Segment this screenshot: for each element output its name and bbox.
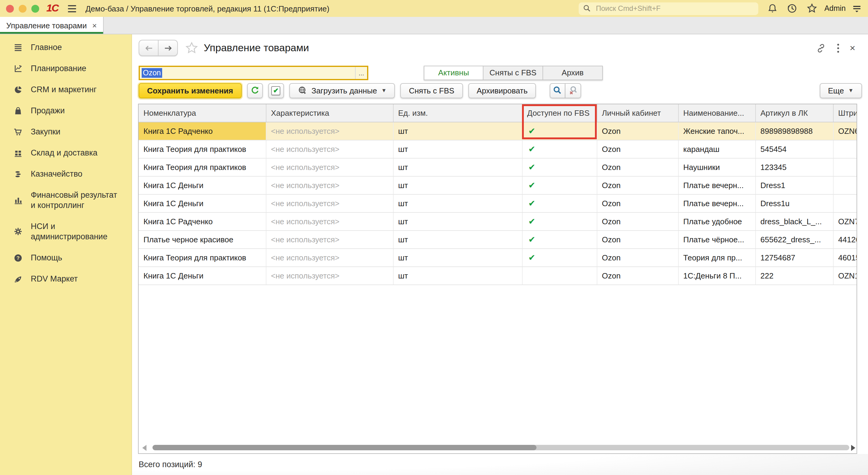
cell-cabinet[interactable]: Ozon (597, 176, 678, 194)
table-row[interactable]: Книга Теория для практиков <не используе… (138, 140, 857, 158)
cell-barcode[interactable]: 46015 (833, 248, 857, 266)
cell-article[interactable]: 222 (755, 266, 833, 285)
cell-fbs-check[interactable] (522, 266, 597, 285)
cell-article[interactable]: 898989898988 (755, 122, 833, 140)
sidebar-item-help[interactable]: ? Помощь (0, 247, 132, 268)
cell-characteristic[interactable]: <не используется> (266, 140, 393, 158)
cell-nomenclature[interactable]: Книга Теория для практиков (138, 248, 266, 266)
column-header-cabinet[interactable]: Личный кабинет (597, 104, 678, 122)
table-row[interactable]: Книга Теория для практиков <не используе… (138, 158, 857, 176)
cell-name[interactable]: Наушники (678, 158, 755, 176)
table-row[interactable]: Платье черное красивое <не используется>… (138, 230, 857, 248)
sidebar-item-rdv-market[interactable]: RDV Маркет (0, 268, 132, 289)
cell-name[interactable]: 1С:Деньги 8 П... (678, 266, 755, 285)
table-row[interactable]: Книга 1С Радченко <не используется> шт ✔… (138, 212, 857, 230)
cell-fbs-check[interactable]: ✔ (522, 140, 597, 158)
view-tab-active[interactable]: Активны (424, 66, 484, 80)
cell-nomenclature[interactable]: Книга Теория для практиков (138, 140, 266, 158)
cell-fbs-check[interactable]: ✔ (522, 248, 597, 266)
cell-unit[interactable]: шт (393, 230, 522, 248)
favorite-star-icon[interactable] (185, 42, 198, 55)
table-row[interactable]: Книга 1С Радченко <не используется> шт ✔… (138, 122, 857, 140)
scrollbar-thumb[interactable] (153, 445, 536, 450)
cell-characteristic[interactable]: <не используется> (266, 194, 393, 212)
cell-cabinet[interactable]: Ozon (597, 194, 678, 212)
cell-cabinet[interactable]: Ozon (597, 248, 678, 266)
cell-nomenclature[interactable]: Книга 1С Радченко (138, 212, 266, 230)
refresh-button[interactable] (247, 83, 262, 98)
sidebar-item-treasury[interactable]: Казначейство (0, 163, 132, 185)
checkbox-button[interactable]: ✔ (268, 83, 284, 98)
cell-barcode[interactable] (833, 176, 857, 194)
cell-characteristic[interactable]: <не используется> (266, 158, 393, 176)
cell-fbs-check[interactable]: ✔ (522, 176, 597, 194)
column-header-article[interactable]: Артикул в ЛК (755, 104, 833, 122)
cell-article[interactable]: Dress1u (755, 194, 833, 212)
cell-name[interactable]: Женские тапоч... (678, 122, 755, 140)
table-row[interactable]: Книга Теория для практиков <не используе… (138, 248, 857, 266)
column-header-characteristic[interactable]: Характеристика (266, 104, 393, 122)
table-row[interactable]: Книга 1С Деньги <не используется> шт Ozo… (138, 266, 857, 285)
history-icon[interactable] (786, 3, 797, 14)
view-tab-removed-fbs[interactable]: Сняты с FBS (484, 66, 543, 80)
notifications-bell-icon[interactable] (767, 3, 777, 14)
global-search-input[interactable] (595, 4, 754, 13)
cell-barcode[interactable] (833, 140, 857, 158)
window-zoom-button[interactable] (31, 4, 39, 12)
cell-characteristic[interactable]: <не используется> (266, 230, 393, 248)
table-row[interactable]: Книга 1С Деньги <не используется> шт ✔ O… (138, 176, 857, 194)
sidebar-item-warehouse[interactable]: Склад и доставка (0, 142, 132, 163)
cell-characteristic[interactable]: <не используется> (266, 266, 393, 285)
column-header-barcode[interactable]: Штрих (833, 104, 857, 122)
table-search-button[interactable] (550, 83, 566, 98)
tab-close-icon[interactable]: × (92, 21, 97, 30)
close-form-icon[interactable]: × (849, 43, 855, 53)
cell-unit[interactable]: шт (393, 212, 522, 230)
cell-name[interactable]: Платье вечерн... (678, 176, 755, 194)
favorites-star-icon[interactable] (806, 3, 817, 14)
cell-unit[interactable]: шт (393, 266, 522, 285)
cell-cabinet[interactable]: Ozon (597, 122, 678, 140)
cell-characteristic[interactable]: <не используется> (266, 122, 393, 140)
cell-article[interactable]: 123345 (755, 158, 833, 176)
cell-unit[interactable]: шт (393, 122, 522, 140)
cell-article[interactable]: 655622_dress_... (755, 230, 833, 248)
cell-nomenclature[interactable]: Книга 1С Радченко (138, 122, 266, 140)
forward-button[interactable] (158, 41, 177, 56)
load-data-button[interactable]: Загрузить данные ▼ (289, 83, 395, 98)
save-changes-button[interactable]: Сохранить изменения (138, 83, 241, 98)
sidebar-item-crm[interactable]: CRM и маркетинг (0, 79, 132, 100)
remove-fbs-button[interactable]: Снять с FBS (401, 83, 463, 98)
sidebar-item-sales[interactable]: Продажи (0, 100, 132, 121)
cell-article[interactable]: 12754687 (755, 248, 833, 266)
cell-cabinet[interactable]: Ozon (597, 158, 678, 176)
scroll-right-arrow-icon[interactable] (851, 445, 855, 451)
cell-fbs-check[interactable]: ✔ (522, 212, 597, 230)
cell-name[interactable]: Платье чёрное... (678, 230, 755, 248)
view-tab-archive[interactable]: Архив (543, 66, 603, 80)
tab-goods-management[interactable]: Управление товарами × (0, 17, 104, 34)
table-row[interactable]: Книга 1С Деньги <не используется> шт ✔ O… (138, 194, 857, 212)
scroll-left-arrow-icon[interactable] (142, 445, 147, 451)
main-menu-icon[interactable] (67, 4, 77, 13)
cell-nomenclature[interactable]: Книга 1С Деньги (138, 266, 266, 285)
cell-nomenclature[interactable]: Книга 1С Деньги (138, 176, 266, 194)
cell-name[interactable]: Платье вечерн... (678, 194, 755, 212)
column-header-nomenclature[interactable]: Номенклатура (138, 104, 266, 122)
cell-unit[interactable]: шт (393, 248, 522, 266)
filter-choose-button[interactable]: ... (355, 67, 367, 79)
cell-name[interactable]: Платье удобное (678, 212, 755, 230)
cell-nomenclature[interactable]: Платье черное красивое (138, 230, 266, 248)
cell-cabinet[interactable]: Ozon (597, 230, 678, 248)
cell-name[interactable]: карандаш (678, 140, 755, 158)
cell-cabinet[interactable]: Ozon (597, 140, 678, 158)
cell-fbs-check[interactable]: ✔ (522, 158, 597, 176)
cell-barcode[interactable] (833, 158, 857, 176)
cell-unit[interactable]: шт (393, 140, 522, 158)
user-name[interactable]: Admin (824, 4, 846, 13)
window-minimize-button[interactable] (19, 4, 27, 12)
cell-barcode[interactable]: OZN1 (833, 266, 857, 285)
cell-cabinet[interactable]: Ozon (597, 212, 678, 230)
user-menu-icon[interactable] (852, 3, 862, 14)
cell-cabinet[interactable]: Ozon (597, 266, 678, 285)
